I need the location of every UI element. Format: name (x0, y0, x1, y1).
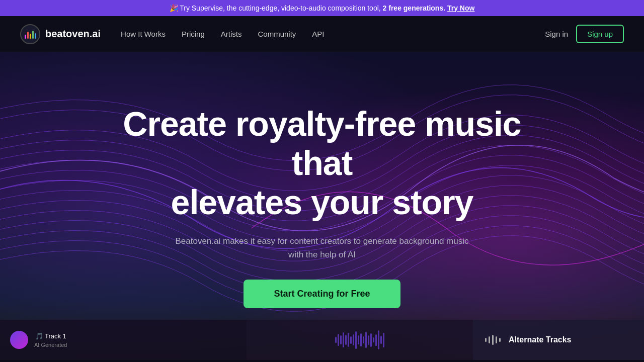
hero-section: Create royalty-free music that elevates … (0, 52, 644, 360)
preview-track-info: 🎵 Track 1 AI Generated (34, 332, 67, 348)
logo[interactable]: beatoven.ai (20, 24, 101, 44)
logo-bar-5 (35, 33, 36, 39)
preview-track-meta: AI Generated (34, 342, 67, 348)
logo-bar-3 (30, 34, 31, 39)
logo-icon (20, 24, 40, 44)
bottom-preview: 🎵 Track 1 AI Generated (0, 320, 644, 360)
preview-waveform (335, 330, 384, 350)
signin-button[interactable]: Sign in (545, 30, 568, 38)
navbar-right: Sign in Sign up (545, 25, 624, 43)
banner-cta-link[interactable]: Try Now (447, 4, 474, 12)
navbar: beatoven.ai How It Works Pricing Artists… (0, 16, 644, 52)
signup-button[interactable]: Sign up (576, 25, 624, 43)
hero-title-line1: Create royalty-free music that (123, 105, 521, 182)
nav-link-artists[interactable]: Artists (221, 30, 242, 38)
preview-right: Alternate Tracks (473, 320, 644, 360)
hero-content: Create royalty-free music that elevates … (96, 104, 548, 308)
logo-bars (25, 30, 36, 39)
nav-link-api[interactable]: API (312, 30, 324, 38)
nav-links: How It Works Pricing Artists Community A… (121, 30, 324, 38)
banner-text-before: 🎉 Try Supervise, the cutting-edge, video… (170, 4, 383, 12)
alternate-tracks-label: Alternate Tracks (509, 335, 572, 344)
announcement-banner: 🎉 Try Supervise, the cutting-edge, video… (0, 0, 644, 16)
cta-button[interactable]: Start Creating for Free (244, 280, 400, 308)
banner-bold-text: 2 free generations. (383, 4, 446, 12)
logo-bar-2 (27, 32, 29, 39)
logo-bar-1 (25, 35, 26, 39)
hero-title-line2: elevates your story (171, 183, 473, 221)
alternate-tracks-icon (485, 335, 501, 345)
banner-text: 🎉 Try Supervise, the cutting-edge, video… (170, 4, 475, 12)
preview-track-name: 🎵 Track 1 (34, 332, 67, 340)
navbar-left: beatoven.ai How It Works Pricing Artists… (20, 24, 325, 44)
nav-link-how-it-works[interactable]: How It Works (121, 30, 166, 38)
hero-subtitle: Beatoven.ai makes it easy for content cr… (171, 234, 473, 261)
nav-link-pricing[interactable]: Pricing (182, 30, 205, 38)
hero-title: Create royalty-free music that elevates … (116, 104, 528, 222)
logo-text: beatoven.ai (45, 28, 101, 40)
preview-avatar (10, 331, 28, 349)
logo-bar-4 (32, 31, 34, 39)
preview-center (247, 320, 473, 360)
preview-left: 🎵 Track 1 AI Generated (0, 320, 247, 360)
nav-link-community[interactable]: Community (258, 30, 296, 38)
